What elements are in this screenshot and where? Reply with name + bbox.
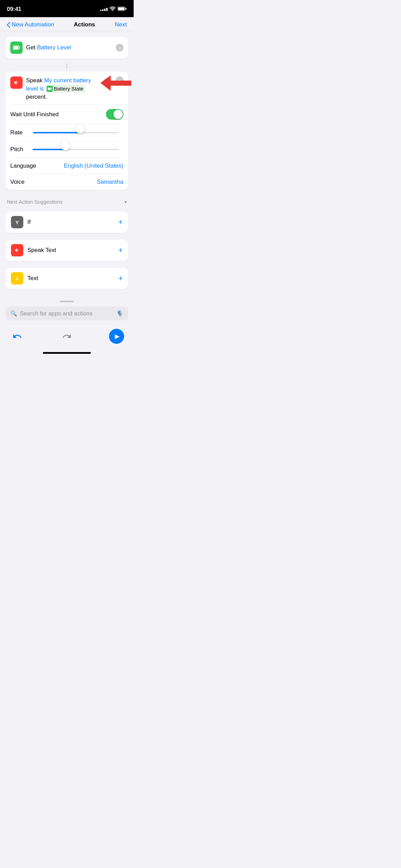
- signal-bars-icon: [100, 8, 108, 11]
- back-label: New Automation: [12, 21, 54, 28]
- battery-icon-badge: [10, 41, 23, 54]
- status-bar: 09:41: [0, 0, 134, 17]
- chevron-button[interactable]: [103, 78, 112, 87]
- pitch-label: Pitch: [10, 146, 23, 153]
- suggestions-label: Next Action Suggestions: [7, 199, 63, 205]
- speak-card: Speak My current battery level is Batter…: [5, 72, 128, 190]
- search-placeholder: Search for apps and actions: [20, 310, 113, 317]
- if-add-button[interactable]: +: [118, 218, 123, 227]
- rate-row: Rate: [5, 124, 128, 141]
- play-icon: ▶: [115, 333, 120, 340]
- battery-icon: [118, 6, 127, 12]
- rate-thumb[interactable]: [75, 124, 85, 133]
- speak-header: Speak My current battery level is Batter…: [5, 72, 128, 104]
- get-text: Get Battery Level: [26, 44, 112, 51]
- search-icon: 🔍: [10, 310, 17, 317]
- suggestion-text[interactable]: ≡ Text +: [5, 268, 128, 289]
- nav-bar: New Automation Actions Next: [0, 17, 134, 31]
- suggestions-chevron-icon[interactable]: ▾: [124, 199, 127, 205]
- if-icon: Y: [11, 216, 23, 228]
- language-value: English (United States): [64, 162, 123, 169]
- bottom-bar: ▶: [0, 325, 134, 349]
- toggle-thumb: [113, 110, 123, 119]
- search-container: 🔍 Search for apps and actions 🎙️: [0, 304, 134, 325]
- suggestion-speak-text[interactable]: Speak Text +: [5, 240, 128, 261]
- speak-label: Speak: [26, 77, 44, 84]
- text-add-button[interactable]: +: [118, 274, 123, 283]
- svg-rect-5: [13, 46, 18, 49]
- language-row[interactable]: Language English (United States): [5, 158, 128, 174]
- voice-row[interactable]: Voice Samantha: [5, 174, 128, 190]
- clear-get-button[interactable]: [116, 44, 123, 51]
- suggestions-header: Next Action Suggestions ▾: [5, 193, 128, 208]
- speak-text-label: Speak Text: [27, 247, 118, 254]
- svg-rect-1: [126, 8, 127, 10]
- speak-text-icon: [11, 244, 23, 256]
- play-button[interactable]: ▶: [109, 329, 124, 344]
- search-bar[interactable]: 🔍 Search for apps and actions 🎙️: [5, 306, 128, 321]
- get-row: Get Battery Level: [5, 37, 128, 59]
- rate-label: Rate: [10, 129, 23, 136]
- status-time: 09:41: [7, 6, 21, 13]
- wait-until-row: Wait Until Finished: [5, 105, 128, 124]
- get-battery-card: Get Battery Level: [5, 37, 128, 59]
- speak-suffix: percent.: [26, 94, 47, 100]
- status-icons: [100, 6, 127, 12]
- language-label: Language: [10, 162, 36, 169]
- pitch-slider[interactable]: [33, 145, 119, 154]
- battery-state-text: Battery State: [54, 85, 84, 92]
- microphone-icon[interactable]: 🎙️: [116, 310, 123, 317]
- pitch-thumb[interactable]: [60, 141, 70, 150]
- svg-rect-7: [51, 88, 51, 89]
- voice-label: Voice: [10, 179, 25, 185]
- wait-label: Wait Until Finished: [10, 111, 59, 118]
- suggestion-if[interactable]: Y If +: [5, 212, 128, 233]
- main-content: Get Battery Level Speak My current batte…: [0, 31, 134, 298]
- card-connector: [5, 63, 128, 68]
- speak-text-add-button[interactable]: +: [118, 246, 123, 255]
- var-icon: [47, 86, 53, 92]
- redo-button[interactable]: [59, 329, 74, 344]
- undo-button[interactable]: [10, 329, 25, 344]
- page-title: Actions: [74, 21, 95, 28]
- pitch-row: Pitch: [5, 141, 128, 158]
- clear-speak-button[interactable]: [116, 76, 123, 84]
- home-indicator: [0, 349, 134, 357]
- speak-icon-badge: [10, 76, 23, 89]
- if-label: If: [27, 219, 118, 226]
- svg-rect-2: [118, 8, 125, 10]
- text-label: Text: [27, 275, 118, 282]
- svg-rect-8: [48, 88, 51, 89]
- rate-slider[interactable]: [33, 128, 119, 137]
- back-button[interactable]: New Automation: [7, 21, 54, 28]
- speak-text-container: Speak My current battery level is Batter…: [26, 76, 99, 101]
- svg-rect-4: [19, 47, 20, 48]
- wait-toggle[interactable]: [106, 109, 123, 120]
- chevron-area: [103, 76, 112, 87]
- text-icon: ≡: [11, 272, 23, 285]
- voice-value: Samantha: [97, 179, 124, 185]
- wifi-icon: [110, 6, 116, 12]
- battery-level-variable[interactable]: Battery Level: [37, 44, 71, 51]
- battery-state-variable[interactable]: Battery State: [46, 85, 86, 93]
- next-button[interactable]: Next: [115, 21, 127, 28]
- sheet-handle: [0, 298, 134, 304]
